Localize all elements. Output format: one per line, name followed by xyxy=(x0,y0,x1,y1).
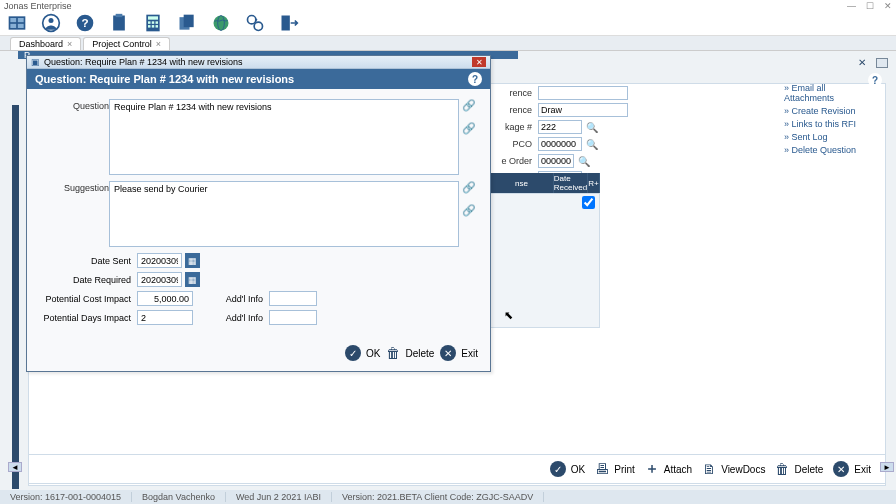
addl-info-field-1[interactable] xyxy=(269,291,317,306)
delete-button[interactable]: 🗑Delete xyxy=(775,461,823,477)
svg-rect-3 xyxy=(10,24,16,28)
exit-icon[interactable] xyxy=(278,12,300,34)
addl-info-label-2: Add'l Info xyxy=(223,313,263,323)
window-controls: — ☐ ✕ xyxy=(847,1,892,11)
exit-button[interactable]: ✕Exit xyxy=(440,345,478,361)
order-field[interactable] xyxy=(538,154,574,168)
close-icon[interactable]: ✕ xyxy=(472,57,486,67)
days-impact-field[interactable] xyxy=(137,310,193,325)
svg-rect-16 xyxy=(148,25,151,28)
panel-close-icon[interactable]: ✕ xyxy=(858,57,866,68)
tab-project-control[interactable]: Project Control× xyxy=(83,37,170,50)
addl-info-field-2[interactable] xyxy=(269,310,317,325)
dialog-window-title: Question: Require Plan # 1234 with new r… xyxy=(44,57,243,67)
close-icon[interactable]: × xyxy=(156,39,161,49)
reference-field[interactable] xyxy=(538,86,628,100)
exit-button[interactable]: ✕Exit xyxy=(833,461,871,477)
help-icon[interactable]: ? xyxy=(74,12,96,34)
row-checkbox[interactable] xyxy=(582,196,595,209)
svg-point-24 xyxy=(254,22,262,30)
pco-field[interactable] xyxy=(538,137,582,151)
date-required-label: Date Required xyxy=(39,275,131,285)
status-user: Bogdan Vachenko xyxy=(132,492,226,502)
cost-impact-field[interactable] xyxy=(137,291,193,306)
delete-question-link[interactable]: » Delete Question xyxy=(784,145,858,155)
lookup-icon[interactable]: 🔍 xyxy=(586,122,598,133)
svg-rect-20 xyxy=(184,15,194,28)
tab-dashboard[interactable]: Dashboard× xyxy=(10,37,81,50)
cost-impact-label: Potential Cost Impact xyxy=(39,294,131,304)
svg-point-21 xyxy=(214,16,229,31)
bottom-toolbar: ✓OK 🖶Print ＋Attach 🗎ViewDocs 🗑Delete ✕Ex… xyxy=(28,454,886,484)
sent-log-link[interactable]: » Sent Log xyxy=(784,132,858,142)
status-version: Version: 1617-001-0004015 xyxy=(0,492,132,502)
status-datetime: Wed Jun 2 2021 IABI xyxy=(226,492,332,502)
link-icon[interactable]: 🔗 xyxy=(462,99,476,112)
dialog-header-title: Question: Require Plan # 1234 with new r… xyxy=(35,73,294,85)
doc-icon: 🗎 xyxy=(702,461,716,477)
viewdocs-button[interactable]: 🗎ViewDocs xyxy=(702,461,765,477)
sync-icon[interactable] xyxy=(244,12,266,34)
email-attachments-link[interactable]: » Email all Attachments xyxy=(784,83,858,103)
calendar-icon[interactable]: ▦ xyxy=(185,253,200,268)
svg-point-23 xyxy=(248,16,256,24)
user-icon[interactable] xyxy=(40,12,62,34)
create-revision-link[interactable]: » Create Revision xyxy=(784,106,858,116)
svg-rect-2 xyxy=(18,18,24,22)
clipboard-icon[interactable] xyxy=(108,12,130,34)
status-bar: Version: 1617-001-0004015 Bogdan Vachenk… xyxy=(0,490,896,504)
ok-button[interactable]: ✓OK xyxy=(550,461,585,477)
svg-rect-17 xyxy=(152,25,155,28)
calendar-icon[interactable]: ▦ xyxy=(185,272,200,287)
trash-icon: 🗑 xyxy=(775,461,789,477)
suggestion-textarea[interactable] xyxy=(109,181,459,247)
attach-button[interactable]: ＋Attach xyxy=(645,460,692,478)
window-icon: ▣ xyxy=(31,57,40,67)
minimize-icon[interactable]: — xyxy=(847,1,856,11)
reference2-field[interactable] xyxy=(538,103,628,117)
question-textarea[interactable] xyxy=(109,99,459,175)
action-links: » Email all Attachments » Create Revisio… xyxy=(784,83,858,158)
svg-text:?: ? xyxy=(81,16,88,29)
package-field[interactable] xyxy=(538,120,582,134)
module-icon[interactable] xyxy=(6,12,28,34)
date-required-field[interactable] xyxy=(137,272,182,287)
addl-info-label-1: Add'l Info xyxy=(223,294,263,304)
close-icon[interactable]: × xyxy=(67,39,72,49)
status-build: Version: 2021.BETA Client Code: ZGJC-SAA… xyxy=(332,492,544,502)
panel-minimize-icon[interactable] xyxy=(876,58,888,68)
date-sent-label: Date Sent xyxy=(39,256,131,266)
documents-icon[interactable] xyxy=(176,12,198,34)
svg-rect-13 xyxy=(148,21,151,24)
side-ribbon xyxy=(12,105,19,489)
svg-rect-1 xyxy=(10,18,16,22)
maximize-icon[interactable]: ☐ xyxy=(866,1,874,11)
close-icon[interactable]: ✕ xyxy=(884,1,892,11)
tab-strip: Dashboard× Project Control× xyxy=(0,36,896,51)
help-icon[interactable]: ? xyxy=(868,73,882,87)
svg-rect-9 xyxy=(113,16,125,31)
scroll-right-icon[interactable]: ► xyxy=(880,462,894,472)
svg-rect-10 xyxy=(116,14,123,17)
ok-button[interactable]: ✓OK xyxy=(345,345,380,361)
question-dialog: ▣Question: Require Plan # 1234 with new … xyxy=(26,55,491,372)
printer-icon: 🖶 xyxy=(595,461,609,477)
lookup-icon[interactable]: 🔍 xyxy=(586,139,598,150)
globe-icon[interactable] xyxy=(210,12,232,34)
bg-table-body[interactable] xyxy=(490,193,600,328)
print-button[interactable]: 🖶Print xyxy=(595,461,635,477)
calculator-icon[interactable] xyxy=(142,12,164,34)
link-icon[interactable]: 🔗 xyxy=(462,204,476,217)
delete-button[interactable]: 🗑Delete xyxy=(386,345,434,361)
date-sent-field[interactable] xyxy=(137,253,182,268)
question-label: Question xyxy=(39,99,109,175)
help-icon[interactable]: ? xyxy=(468,72,482,86)
main-toolbar: ? xyxy=(0,11,896,36)
link-icon[interactable]: 🔗 xyxy=(462,122,476,135)
scroll-left-icon[interactable]: ◄ xyxy=(8,462,22,472)
bg-table-header: nse Date Received R+ xyxy=(490,173,600,189)
link-icon[interactable]: 🔗 xyxy=(462,181,476,194)
lookup-icon[interactable]: 🔍 xyxy=(578,156,590,167)
links-rfi-link[interactable]: » Links to this RFI xyxy=(784,119,858,129)
svg-rect-4 xyxy=(18,24,24,28)
